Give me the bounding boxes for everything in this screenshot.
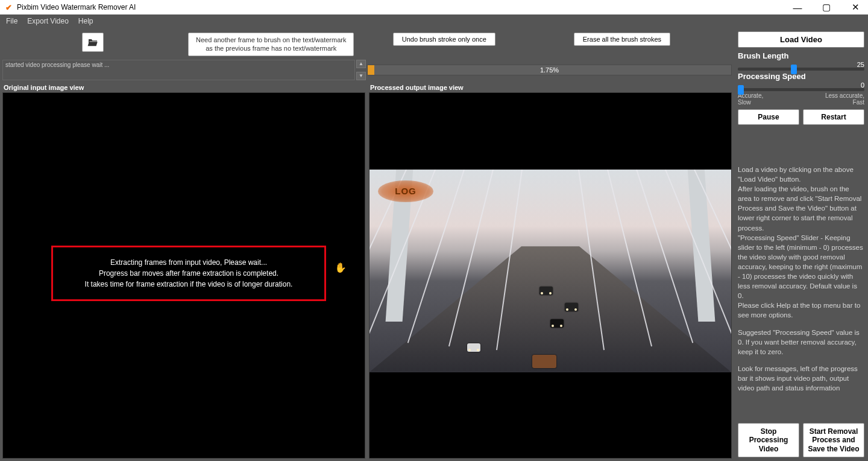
extraction-message-box: Extracting frames from input video, Plea…: [51, 246, 326, 301]
start-removal-button[interactable]: Start Removal Process and Save the Video: [803, 423, 864, 457]
progress-bar: 1.75%: [367, 65, 732, 75]
hint-line1: Need another frame to brush on the text/…: [196, 36, 346, 44]
status-line: started video processing please wait ...: [5, 62, 352, 68]
output-frame-image: LOG: [370, 170, 731, 372]
input-view-canvas[interactable]: Extracting frames from input video, Plea…: [2, 92, 365, 459]
brush-length-label: Brush Length: [738, 51, 864, 60]
main-area: Need another frame to brush on the text/…: [0, 28, 734, 461]
window-title: Pixbim Video Watermark Remover AI: [17, 3, 136, 11]
restart-button[interactable]: Restart: [803, 109, 864, 125]
instructions-p2: Suggested "Processing Speed" value is 0.…: [738, 328, 864, 357]
speed-right-label: Less accurate, Fast: [825, 92, 864, 106]
load-video-button[interactable]: Load Video: [738, 31, 864, 48]
sample-watermark: LOG: [378, 180, 433, 202]
next-frame-hint[interactable]: Need another frame to brush on the text/…: [188, 33, 354, 56]
processing-speed-slider[interactable]: [738, 88, 864, 91]
extract-line1: Extracting frames from input video, Plea…: [59, 257, 318, 268]
instructions-text: Load a video by clicking on the above "L…: [738, 165, 864, 400]
brush-length-thumb[interactable]: [791, 65, 797, 74]
status-log: started video processing please wait ...: [2, 60, 355, 80]
instructions-p3: Look for messages, left of the progress …: [738, 364, 864, 393]
menu-help[interactable]: Help: [78, 17, 93, 25]
sidebar: Load Video Brush Length 25 Processing Sp…: [734, 28, 868, 461]
log-scroll-up[interactable]: ▲: [356, 60, 366, 68]
instructions-p1: Load a video by clicking on the above "L…: [738, 165, 864, 320]
window-controls: ― ▢ ✕: [788, 2, 864, 13]
output-view-canvas[interactable]: LOG: [369, 92, 732, 459]
progress-label: 1.75%: [368, 65, 731, 75]
titlebar: ✔ Pixbim Video Watermark Remover AI ― ▢ …: [0, 0, 868, 14]
output-view-label: Processed output image view: [369, 83, 732, 92]
menu-export-video[interactable]: Export Video: [27, 17, 69, 25]
pause-button[interactable]: Pause: [738, 109, 799, 125]
undo-brush-button[interactable]: Undo brush stroke only once: [393, 33, 495, 46]
brush-length-slider[interactable]: [738, 68, 864, 71]
open-folder-button[interactable]: [82, 33, 104, 52]
erase-all-brush-button[interactable]: Erase all the brush strokes: [574, 33, 670, 46]
folder-open-icon: [87, 38, 98, 46]
log-scroll-down[interactable]: ▼: [356, 72, 366, 80]
minimize-button[interactable]: ―: [788, 2, 807, 13]
menu-file[interactable]: File: [6, 17, 17, 25]
pan-cursor-icon: ✋: [335, 262, 347, 273]
processing-speed-label: Processing Speed: [738, 72, 864, 81]
app-logo-icon: ✔: [4, 2, 13, 12]
stop-processing-button[interactable]: Stop Processing Video: [738, 423, 799, 457]
maximize-button[interactable]: ▢: [817, 2, 835, 13]
processing-speed-thumb[interactable]: [738, 85, 744, 95]
input-view-label: Original input image view: [2, 83, 365, 92]
toolbar-row: Need another frame to brush on the text/…: [2, 30, 732, 60]
extract-line2: Progress bar moves after frame extractio…: [59, 268, 318, 279]
close-button[interactable]: ✕: [846, 2, 864, 13]
menubar: File Export Video Help: [0, 14, 868, 28]
hint-line2: as the previous frame has no text/waterm…: [196, 44, 346, 52]
extract-line3: It takes time for frame extraction if th…: [59, 279, 318, 290]
